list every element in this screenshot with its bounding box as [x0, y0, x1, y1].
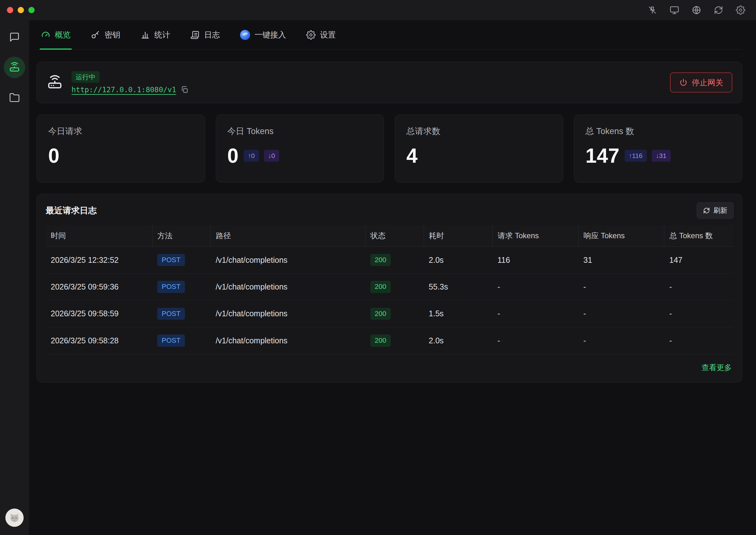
key-icon — [91, 30, 100, 40]
main-content: 概览 密钥 统计 日志 一键接入 设置 — [29, 20, 756, 535]
table-header-row: 时间 方法 路径 状态 耗时 请求 Tokens 响应 Tokens 总 Tok… — [46, 225, 733, 247]
stat-label: 总 Tokens 数 — [586, 126, 731, 137]
col-path: 路径 — [211, 225, 365, 247]
gauge-icon — [41, 30, 50, 40]
cell-total-tokens: 147 — [664, 247, 733, 273]
tokens-down-badge: ↓31 — [652, 150, 671, 161]
cell-duration: 2.0s — [424, 327, 492, 354]
tokens-up-badge: ↑0 — [244, 150, 259, 161]
cell-total-tokens: - — [664, 327, 733, 354]
gateway-details: 运行中 http://127.0.0.1:8080/v1 — [72, 71, 189, 94]
sidebar-item-gateway[interactable] — [4, 57, 25, 78]
gateway-status-card: 运行中 http://127.0.0.1:8080/v1 停止网关 — [37, 62, 742, 103]
tab-label: 统计 — [154, 30, 170, 40]
stat-value: 0 — [227, 146, 239, 166]
refresh-logs-button[interactable]: 刷新 — [697, 202, 734, 219]
minimize-window-button[interactable] — [18, 7, 24, 13]
stat-value: 0 — [48, 146, 60, 166]
close-window-button[interactable] — [7, 7, 13, 13]
router-icon — [46, 74, 63, 91]
tokens-up-badge: ↑116 — [625, 150, 647, 161]
bar-chart-icon — [140, 30, 150, 40]
cell-total-tokens: - — [664, 273, 733, 300]
col-time: 时间 — [46, 225, 152, 247]
col-req-tokens: 请求 Tokens — [492, 225, 578, 247]
sidebar — [0, 20, 29, 535]
cell-time: 2026/3/25 09:58:59 — [46, 300, 152, 327]
cell-path: /v1/chat/completions — [211, 273, 365, 300]
cell-req-tokens: - — [492, 273, 578, 300]
titlebar — [0, 0, 756, 20]
tab-settings[interactable]: 设置 — [306, 20, 336, 49]
gateway-url-link[interactable]: http://127.0.0.1:8080/v1 — [72, 86, 176, 94]
display-icon[interactable] — [670, 5, 679, 15]
col-total-tokens: 总 Tokens 数 — [664, 225, 733, 247]
method-badge: POST — [157, 308, 185, 320]
cell-res-tokens: 31 — [578, 247, 664, 273]
method-badge: POST — [157, 334, 185, 347]
table-row[interactable]: 2026/3/25 12:32:52 POST /v1/chat/complet… — [46, 247, 733, 273]
cell-total-tokens: - — [664, 300, 733, 327]
gear-icon — [306, 30, 316, 40]
col-method: 方法 — [152, 225, 210, 247]
view-more-link[interactable]: 查看更多 — [702, 362, 732, 373]
stop-gateway-label: 停止网关 — [692, 77, 723, 88]
stop-gateway-button[interactable]: 停止网关 — [670, 72, 732, 93]
tab-label: 日志 — [204, 30, 220, 40]
refresh-icon — [703, 207, 710, 214]
tab-label: 密钥 — [105, 30, 120, 40]
connect-logo-icon — [240, 30, 250, 40]
copy-icon[interactable] — [180, 86, 189, 94]
tab-label: 概览 — [55, 30, 71, 40]
avatar-cat-icon — [8, 511, 21, 524]
stat-value: 147 — [586, 146, 620, 166]
table-row[interactable]: 2026/3/25 09:59:36 POST /v1/chat/complet… — [46, 273, 733, 300]
chat-bubble-icon — [9, 32, 20, 42]
status-badge: 运行中 — [72, 71, 100, 83]
tokens-down-badge: ↓0 — [264, 150, 279, 161]
tabbar: 概览 密钥 统计 日志 一键接入 设置 — [37, 20, 742, 50]
cell-duration: 55.3s — [424, 273, 492, 300]
cell-time: 2026/3/25 12:32:52 — [46, 247, 152, 273]
globe-icon[interactable] — [692, 5, 701, 15]
pin-off-icon[interactable] — [648, 5, 657, 15]
cell-path: /v1/chat/completions — [211, 300, 365, 327]
col-status: 状态 — [365, 225, 424, 247]
tab-label: 设置 — [320, 30, 336, 40]
titlebar-actions — [648, 5, 745, 15]
folder-icon — [9, 92, 20, 103]
cell-time: 2026/3/25 09:59:36 — [46, 273, 152, 300]
table-row[interactable]: 2026/3/25 09:58:28 POST /v1/chat/complet… — [46, 327, 733, 354]
user-avatar[interactable] — [5, 509, 24, 527]
sidebar-item-files[interactable] — [6, 89, 23, 106]
cell-res-tokens: - — [578, 327, 664, 354]
stat-value: 4 — [406, 146, 418, 166]
cell-time: 2026/3/25 09:58:28 — [46, 327, 152, 354]
cell-duration: 2.0s — [424, 247, 492, 273]
tab-overview[interactable]: 概览 — [41, 20, 71, 49]
status-code-badge: 200 — [371, 254, 391, 266]
cell-res-tokens: - — [578, 273, 664, 300]
refresh-icon[interactable] — [714, 5, 723, 15]
refresh-label: 刷新 — [713, 206, 727, 215]
stat-card-today-requests: 今日请求 0 — [37, 115, 205, 183]
stat-card-total-tokens: 总 Tokens 数 147 ↑116 ↓31 — [574, 115, 742, 183]
stat-card-today-tokens: 今日 Tokens 0 ↑0 ↓0 — [216, 115, 384, 183]
status-code-badge: 200 — [371, 281, 391, 293]
stats-row: 今日请求 0 今日 Tokens 0 ↑0 ↓0 总请求数 4 总 Tokens… — [37, 115, 742, 183]
tab-logs[interactable]: 日志 — [190, 20, 220, 49]
tab-quick-connect[interactable]: 一键接入 — [240, 20, 286, 49]
zoom-window-button[interactable] — [28, 7, 35, 13]
table-row[interactable]: 2026/3/25 09:58:59 POST /v1/chat/complet… — [46, 300, 733, 327]
gateway-info: 运行中 http://127.0.0.1:8080/v1 — [46, 71, 189, 94]
gateway-url-row: http://127.0.0.1:8080/v1 — [72, 86, 189, 94]
method-badge: POST — [157, 254, 185, 266]
status-code-badge: 200 — [371, 308, 391, 320]
settings-icon[interactable] — [736, 5, 745, 15]
tab-stats[interactable]: 统计 — [140, 20, 170, 49]
sidebar-item-chat[interactable] — [6, 29, 23, 45]
tab-keys[interactable]: 密钥 — [91, 20, 120, 49]
cell-req-tokens: - — [492, 327, 578, 354]
cell-path: /v1/chat/completions — [211, 327, 365, 354]
cell-res-tokens: - — [578, 300, 664, 327]
